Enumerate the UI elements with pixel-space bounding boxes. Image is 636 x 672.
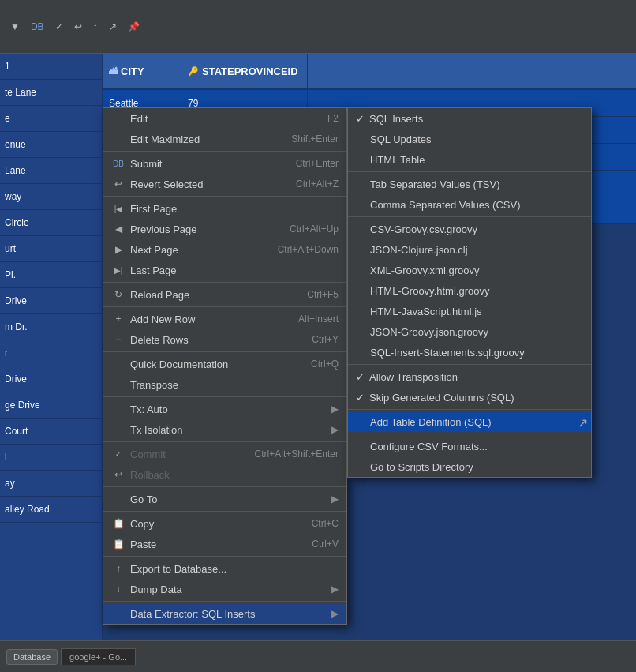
col-state-header[interactable]: 🔑 STATEPROVINCEID xyxy=(181,54,308,88)
menu-export-db-label: Export to Database... xyxy=(130,563,339,575)
left-cell-1[interactable]: te Lane xyxy=(0,80,102,106)
dump-arrow: ▶ xyxy=(331,584,339,595)
left-cell-4[interactable]: Lane xyxy=(0,158,102,184)
submenu-json-clj[interactable]: JSON-Clojure.json.clj xyxy=(348,239,591,260)
left-cell-14[interactable]: Court xyxy=(0,419,102,445)
toolbar-up-icon[interactable]: ↑ xyxy=(89,19,102,35)
left-cell-15[interactable]: l xyxy=(0,445,102,471)
left-cell-3[interactable]: enue xyxy=(0,132,102,158)
menu-commit: ✓ Commit Ctrl+Alt+Shift+Enter xyxy=(103,444,346,464)
menu-paste-label: Paste xyxy=(130,539,296,550)
left-cell-13[interactable]: ge Drive xyxy=(0,392,102,419)
menu-last-page[interactable]: ▶| Last Page xyxy=(103,260,346,280)
toolbar-check-icon[interactable]: ✓ xyxy=(51,19,67,35)
left-cell-2[interactable]: e xyxy=(0,106,102,132)
menu-dump-data[interactable]: ↓ Dump Data ▶ xyxy=(103,579,346,599)
menu-export-db[interactable]: ↑ Export to Database... xyxy=(103,558,346,579)
toolbar-db-icon[interactable]: DB xyxy=(27,19,48,35)
submenu-configure-csv[interactable]: Configure CSV Formats... xyxy=(348,436,591,456)
menu-next-page[interactable]: ▶ Next Page Ctrl+Alt+Down xyxy=(103,239,346,260)
data-extractor-arrow: ▶ xyxy=(331,608,339,619)
menu-edit-maximized[interactable]: Edit Maximized Shift+Enter xyxy=(103,129,346,149)
submenu-sql-updates[interactable]: SQL Updates xyxy=(348,129,591,149)
toolbar-dropdown[interactable]: ▼ xyxy=(6,19,24,35)
menu-prev-page[interactable]: ◀ Previous Page Ctrl+Alt+Up xyxy=(103,219,346,239)
submenu-json-clj-label: JSON-Clojure.json.clj xyxy=(370,244,583,256)
right-sep-5 xyxy=(348,434,591,434)
left-cell-10[interactable]: m Dr. xyxy=(0,314,102,340)
submenu-configure-csv-label: Configure CSV Formats... xyxy=(370,441,583,452)
menu-goto[interactable]: Go To ▶ xyxy=(103,489,346,509)
menu-delete-rows-label: Delete Rows xyxy=(130,334,296,346)
col-city-header[interactable]: 🏙 CITY xyxy=(103,54,181,88)
menu-next-page-shortcut: Ctrl+Alt+Down xyxy=(278,244,339,255)
menu-copy-label: Copy xyxy=(130,518,296,530)
menu-paste[interactable]: 📋 Paste Ctrl+V xyxy=(103,534,346,554)
left-cell-8[interactable]: Pl. xyxy=(0,262,102,288)
menu-delete-rows[interactable]: − Delete Rows Ctrl+Y xyxy=(103,329,346,350)
left-cell-text-9: Drive xyxy=(5,295,27,306)
menu-reload[interactable]: ↻ Reload Page Ctrl+F5 xyxy=(103,284,346,305)
submenu-allow-transposition[interactable]: Allow Transposition xyxy=(348,366,591,387)
toolbar-nav-icon[interactable]: ↗ xyxy=(105,19,121,35)
menu-add-row[interactable]: + Add New Row Alt+Insert xyxy=(103,309,346,329)
submenu-html-table[interactable]: HTML Table xyxy=(348,149,591,170)
menu-tx-isolation[interactable]: Tx Isolation ▶ xyxy=(103,419,346,440)
submenu-tsv[interactable]: Tab Separated Values (TSV) xyxy=(348,174,591,194)
submenu-xml-groovy-label: XML-Groovy.xml.groovy xyxy=(370,265,583,276)
submenu-sql-insert-statements[interactable]: SQL-Insert-Statements.sql.groovy xyxy=(348,342,591,362)
menu-transpose[interactable]: Transpose xyxy=(103,374,346,395)
left-cell-12[interactable]: Drive xyxy=(0,366,102,392)
context-menu-left: Edit F2 Edit Maximized Shift+Enter DB Su… xyxy=(103,107,347,625)
left-cell-16[interactable]: ay xyxy=(0,471,102,497)
left-cell-text-11: r xyxy=(5,347,8,359)
left-cell-text-7: urt xyxy=(5,243,16,254)
toolbar-pin-icon[interactable]: 📌 xyxy=(124,19,144,35)
sep-4 xyxy=(103,306,346,307)
left-cell-11[interactable]: r xyxy=(0,340,102,366)
submenu-csv-groovy[interactable]: CSV-Groovy.csv.groovy xyxy=(348,219,591,239)
menu-copy[interactable]: 📋 Copy Ctrl+C xyxy=(103,513,346,534)
menu-submit[interactable]: DB Submit Ctrl+Enter xyxy=(103,153,346,174)
submenu-html-groovy[interactable]: HTML-Groovy.html.groovy xyxy=(348,280,591,301)
left-cell-text-10: m Dr. xyxy=(5,321,28,332)
next-page-icon: ▶ xyxy=(111,244,125,255)
submenu-skip-generated[interactable]: Skip Generated Columns (SQL) xyxy=(348,387,591,407)
toolbar-back-icon[interactable]: ↩ xyxy=(70,19,86,35)
submenu-go-scripts[interactable]: Go to Scripts Directory xyxy=(348,456,591,477)
cursor-icon: ↗ xyxy=(578,415,588,430)
menu-quick-doc-shortcut: Ctrl+Q xyxy=(311,359,339,370)
left-cell-0[interactable]: 1 xyxy=(0,54,102,80)
prev-page-icon: ◀ xyxy=(111,223,125,235)
left-cell-5[interactable]: way xyxy=(0,184,102,210)
menu-copy-shortcut: Ctrl+C xyxy=(312,518,339,529)
menu-submit-shortcut: Ctrl+Enter xyxy=(296,158,339,169)
menu-reload-shortcut: Ctrl+F5 xyxy=(307,289,339,300)
menu-transpose-label: Transpose xyxy=(130,379,339,391)
submenu-csv[interactable]: Comma Separated Values (CSV) xyxy=(348,194,591,215)
menu-quick-doc[interactable]: Quick Documentation Ctrl+Q xyxy=(103,354,346,374)
submenu-json-groovy[interactable]: JSON-Groovy.json.groovy xyxy=(348,321,591,342)
menu-edit[interactable]: Edit F2 xyxy=(103,108,346,129)
menu-first-page[interactable]: |◀ First Page xyxy=(103,198,346,219)
menu-tx-isolation-label: Tx Isolation xyxy=(130,424,331,436)
sep-3 xyxy=(103,282,346,283)
submenu-skip-generated-label: Skip Generated Columns (SQL) xyxy=(369,392,583,404)
submenu-sql-inserts[interactable]: SQL Inserts xyxy=(348,108,591,129)
submenu-add-table-def[interactable]: Add Table Definition (SQL) ↗ xyxy=(348,411,591,432)
status-db-button[interactable]: Database xyxy=(6,649,58,665)
left-cell-text-3: enue xyxy=(5,139,26,150)
left-cell-9[interactable]: Drive xyxy=(0,288,102,314)
left-cell-7[interactable]: urt xyxy=(0,236,102,262)
left-column: 1 te Lane e enue Lane way Circle urt Pl.… xyxy=(0,54,103,640)
menu-reload-label: Reload Page xyxy=(130,289,291,301)
status-tab[interactable]: google+ - Go... xyxy=(61,648,136,665)
submenu-html-js[interactable]: HTML-JavaScript.html.js xyxy=(348,301,591,321)
menu-tx-auto[interactable]: Tx: Auto ▶ xyxy=(103,399,346,419)
submenu-xml-groovy[interactable]: XML-Groovy.xml.groovy xyxy=(348,260,591,280)
left-cell-17[interactable]: alley Road xyxy=(0,497,102,523)
menu-prev-page-label: Previous Page xyxy=(130,223,274,235)
menu-data-extractor[interactable]: Data Extractor: SQL Inserts ▶ xyxy=(103,603,346,624)
menu-revert[interactable]: ↩ Revert Selected Ctrl+Alt+Z xyxy=(103,174,346,194)
left-cell-6[interactable]: Circle xyxy=(0,210,102,236)
